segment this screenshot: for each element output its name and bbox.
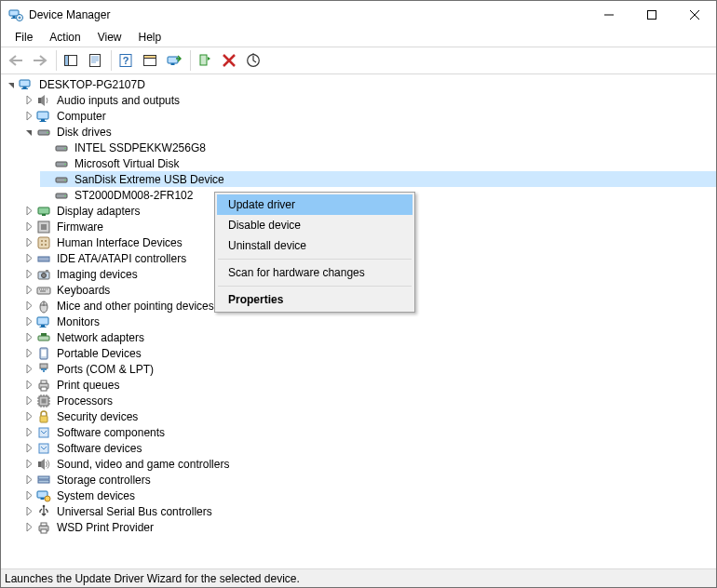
context-uninstall-device[interactable]: Uninstall device (217, 235, 413, 256)
security-icon (36, 409, 51, 424)
chevron-right-icon[interactable] (22, 266, 36, 282)
tree-device-label: INTEL SSDPEKKW256G8 (73, 141, 208, 154)
uninstall-device-button[interactable] (218, 49, 240, 72)
show-hidden-button[interactable] (139, 49, 161, 72)
svg-text:?: ? (123, 55, 129, 66)
tree-category[interactable]: Computer (22, 108, 716, 124)
menu-file[interactable]: File (7, 29, 41, 47)
scan-hardware-button[interactable] (242, 49, 264, 72)
tree-category[interactable]: Software components (22, 424, 716, 440)
chevron-right-icon[interactable] (22, 282, 36, 298)
window-title: Device Manager (29, 8, 588, 21)
svg-rect-6 (65, 56, 69, 66)
context-disable-device[interactable]: Disable device (217, 215, 413, 235)
tree-category[interactable]: Network adapters (22, 329, 716, 345)
tree-category[interactable]: Storage controllers (22, 472, 716, 488)
tree-category-label: IDE ATA/ATAPI controllers (55, 252, 188, 265)
chevron-down-icon[interactable] (5, 76, 19, 92)
tree-category-label: Imaging devices (55, 268, 140, 281)
tree-device[interactable]: Microsoft Virtual Disk (40, 155, 716, 171)
tree-device[interactable]: INTEL SSDPEKKW256G8 (40, 140, 716, 155)
chevron-right-icon[interactable] (22, 345, 36, 361)
svg-rect-1 (13, 16, 16, 18)
tree-category-label: Network adapters (55, 331, 146, 344)
back-button[interactable] (5, 49, 27, 72)
tree-category-label: Software devices (55, 442, 143, 455)
forward-button[interactable] (29, 49, 51, 72)
tree-category[interactable]: Security devices (22, 408, 716, 424)
tree-category-label: Print queues (55, 379, 121, 392)
tree-category-label: Security devices (55, 410, 140, 423)
chevron-right-icon[interactable] (22, 393, 36, 408)
chevron-right-icon[interactable] (22, 298, 36, 314)
context-update-driver[interactable]: Update driver (217, 194, 413, 215)
chevron-right-icon[interactable] (22, 488, 36, 503)
chevron-right-icon[interactable] (22, 472, 36, 488)
context-menu-separator (218, 259, 412, 260)
chevron-right-icon[interactable] (22, 440, 36, 456)
tree-category[interactable]: Disk drives (22, 124, 716, 140)
maximize-button[interactable] (630, 1, 673, 29)
ports-icon (36, 362, 51, 377)
close-button[interactable] (673, 1, 716, 29)
tree-category-label: Disk drives (55, 126, 114, 139)
tree-device-label: Microsoft Virtual Disk (73, 157, 181, 170)
chevron-right-icon[interactable] (22, 408, 36, 424)
tree-category-label: Sound, video and game controllers (55, 458, 231, 471)
chevron-right-icon[interactable] (22, 234, 36, 250)
tree-category[interactable]: Universal Serial Bus controllers (22, 503, 716, 519)
tree-category[interactable]: Processors (22, 393, 716, 408)
chevron-right-icon[interactable] (22, 329, 36, 345)
statusbar: Launches the Update Driver Wizard for th… (1, 568, 716, 587)
tree-category[interactable]: Monitors (22, 314, 716, 329)
chevron-right-icon[interactable] (22, 108, 36, 124)
disk-drive-icon (54, 156, 69, 171)
chevron-right-icon[interactable] (22, 377, 36, 393)
tree-category-label: Mice and other pointing devices (55, 300, 216, 313)
chevron-right-icon[interactable] (22, 250, 36, 266)
tree-category[interactable]: Software devices (22, 440, 716, 456)
tree-category[interactable]: Sound, video and game controllers (22, 456, 716, 472)
tree-category[interactable]: Portable Devices (22, 345, 716, 361)
menu-view[interactable]: View (89, 29, 130, 47)
tree-root[interactable]: DESKTOP-PG2107D (5, 76, 716, 92)
tree-category[interactable]: WSD Print Provider (22, 519, 716, 535)
toolbar-separator (56, 50, 57, 71)
tree-category-label: Portable Devices (55, 347, 143, 360)
context-scan-hardware[interactable]: Scan for hardware changes (217, 262, 413, 283)
chevron-right-icon[interactable] (22, 219, 36, 234)
chevron-down-icon[interactable] (22, 124, 36, 140)
context-menu-separator (218, 286, 412, 287)
chevron-right-icon[interactable] (22, 519, 36, 535)
tree-category[interactable]: Print queues (22, 377, 716, 393)
properties-button[interactable] (84, 49, 106, 72)
tree-device[interactable]: SanDisk Extreme USB Device (40, 171, 716, 187)
device-manager-window: Device Manager File Action View Help (0, 0, 717, 588)
enable-device-button[interactable] (194, 49, 216, 72)
storage-icon (36, 473, 51, 488)
tree-category[interactable]: System devices (22, 488, 716, 503)
show-hide-tree-button[interactable] (60, 49, 82, 72)
chevron-right-icon[interactable] (22, 424, 36, 440)
mouse-icon (36, 299, 51, 314)
context-properties[interactable]: Properties (217, 289, 413, 310)
tree-category-label: Processors (55, 394, 115, 408)
tree-category[interactable]: Ports (COM & LPT) (22, 361, 716, 377)
minimize-button[interactable] (588, 1, 630, 29)
chevron-right-icon[interactable] (22, 92, 36, 108)
chevron-right-icon[interactable] (22, 314, 36, 329)
print-icon (36, 378, 51, 393)
tree-category[interactable]: Audio inputs and outputs (22, 92, 716, 108)
device-tree-pane[interactable]: DESKTOP-PG2107D Audio inputs and outputs… (1, 74, 716, 568)
monitor-icon (36, 314, 51, 329)
help-button[interactable]: ? (115, 49, 137, 72)
chevron-right-icon[interactable] (22, 361, 36, 377)
svg-rect-14 (200, 55, 207, 65)
tree-category-label: Computer (55, 110, 108, 123)
menu-help[interactable]: Help (130, 29, 170, 47)
chevron-right-icon[interactable] (22, 456, 36, 472)
chevron-right-icon[interactable] (22, 203, 36, 219)
menu-action[interactable]: Action (41, 29, 88, 47)
update-driver-button[interactable] (163, 49, 185, 72)
chevron-right-icon[interactable] (22, 503, 36, 519)
